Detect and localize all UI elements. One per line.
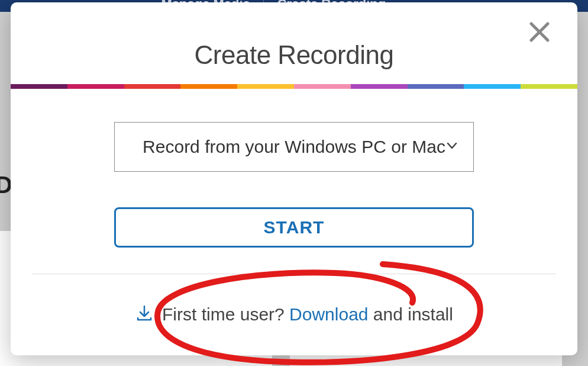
first-time-suffix: and install [369,304,453,324]
rainbow-divider [11,84,577,89]
dropdown-selected-label: Record from your Windows PC or Mac [143,137,445,157]
record-source-dropdown[interactable]: Record from your Windows PC or Mac [114,122,474,172]
modal-title: Create Recording [11,2,577,84]
first-time-prefix: First time user? [162,304,289,324]
horizontal-divider [32,274,556,274]
first-time-row: First time user? Download and install [11,303,577,326]
download-link[interactable]: Download [289,304,368,324]
start-button-label: START [264,217,325,237]
create-recording-modal: Create Recording Record from your Window… [11,2,577,355]
start-button[interactable]: START [114,207,474,248]
close-icon [528,20,551,44]
close-button[interactable] [528,20,551,44]
chevron-down-icon [445,139,459,155]
download-icon [135,304,154,327]
